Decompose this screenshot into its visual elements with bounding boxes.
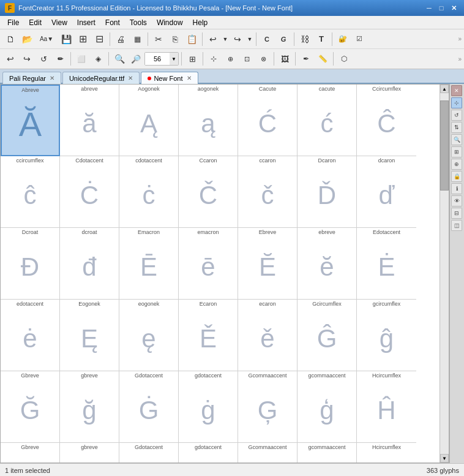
tab-unicode-close[interactable]: ✕ <box>128 75 133 81</box>
view-select-button[interactable]: ⬜ <box>73 51 89 67</box>
right-tool-lock[interactable]: 🔒 <box>451 171 462 182</box>
maximize-button[interactable]: □ <box>436 2 447 13</box>
scroll-up-button[interactable]: ▲ <box>440 85 449 93</box>
save-button[interactable]: 💾 <box>58 31 74 47</box>
glyph-cell-ebreve-cap[interactable]: Ebreve Ĕ <box>238 228 297 300</box>
glyph-cell-cacute-cap[interactable]: Cacute Ć <box>238 85 297 156</box>
glyph-edit-button[interactable]: ✏ <box>52 51 68 67</box>
right-tool-eraser[interactable]: ✕ <box>451 85 462 96</box>
menu-file[interactable]: File <box>2 16 24 29</box>
tab-new-font-close[interactable]: ✕ <box>187 75 192 81</box>
snap-button[interactable]: ⊹ <box>206 51 222 67</box>
fit-view-button[interactable]: ⊞ <box>184 51 200 67</box>
glyph-cell-emacron[interactable]: emacron ē <box>179 228 238 300</box>
right-tool-filter[interactable]: ◫ <box>451 220 462 231</box>
find-glyph-button[interactable]: C <box>259 31 275 47</box>
glyph-cell-dcroat-cap[interactable]: Dcroat Đ <box>1 228 60 300</box>
glyph-cell-gbreve-cap[interactable]: Gbreve Ğ <box>1 371 60 443</box>
glyph-cell-ecaron[interactable]: ecaron ě <box>238 300 297 371</box>
tab-new-font[interactable]: New Font ✕ <box>141 72 198 84</box>
anchor-button[interactable]: ⊕ <box>222 51 238 67</box>
glyph-cell-gdot2-cap[interactable]: Gdotaccent Ġ <box>119 443 179 463</box>
glyph-preview-button[interactable]: ⬡ <box>336 51 352 67</box>
glyph-cell-abreve-cap[interactable]: Abreve Ă <box>1 85 60 156</box>
prev-glyph-button[interactable]: ↩ <box>2 51 18 67</box>
right-tool-info[interactable]: ℹ <box>451 183 462 194</box>
menu-window[interactable]: Window <box>152 16 188 29</box>
right-tool-rotate[interactable]: ↺ <box>451 110 462 121</box>
glyph-cell-ccircumflex-cap[interactable]: Ccircumflex Ĉ <box>357 85 416 156</box>
right-tool-flip[interactable]: ⇅ <box>451 122 462 133</box>
glyph-cell-gcommaaccent[interactable]: gcommaaccent ģ <box>297 371 357 443</box>
right-tool-layer[interactable]: ⊟ <box>451 208 462 219</box>
glyph-cell-ecaron-cap[interactable]: Ecaron Ě <box>179 300 238 371</box>
glyph-cell-hcirc2-cap[interactable]: Hcircumflex Ĥ <box>357 443 416 463</box>
glyph-cell-gbreve2-cap[interactable]: Gbreve Ğ <box>1 443 60 463</box>
toolbar-more[interactable]: » <box>458 36 462 42</box>
toolbar2-more[interactable]: » <box>458 56 462 62</box>
opentype-button[interactable]: T <box>313 31 329 47</box>
zoom-out-button[interactable]: 🔎 <box>128 51 144 67</box>
menu-view[interactable]: View <box>47 16 72 29</box>
right-tool-grid[interactable]: ⊞ <box>451 146 462 157</box>
right-tool-zoom[interactable]: 🔍 <box>451 134 462 145</box>
glyph-cell-gcomma2[interactable]: gcommaaccent ģ <box>297 443 357 463</box>
undo-button[interactable]: ↩ <box>205 31 221 47</box>
zoom-input[interactable]: 56 <box>145 53 170 65</box>
scroll-thumb[interactable] <box>440 100 449 191</box>
contour-button[interactable]: ◈ <box>90 51 106 67</box>
paste-button[interactable]: 📋 <box>184 31 200 47</box>
glyph-cell-ccaron-cap[interactable]: Ccaron Č <box>179 156 238 228</box>
link-button[interactable]: ⛓ <box>297 31 313 47</box>
snap2-button[interactable]: ⊡ <box>239 51 255 67</box>
glyph-cell-gcommaaccent-cap[interactable]: Gcommaaccent Ģ <box>238 371 297 443</box>
glyph-cell-dcaron-cap[interactable]: Dcaron Ď <box>297 156 357 228</box>
glyph-cell-ebreve[interactable]: ebreve ĕ <box>297 228 357 300</box>
pen-button[interactable]: ✒ <box>298 51 314 67</box>
glyph-cell-hcircumflex-cap[interactable]: Hcircumflex Ĥ <box>357 371 416 443</box>
glyph-cell-eogonek-cap[interactable]: Eogonek Ę <box>60 300 119 371</box>
image-button[interactable]: 🖼 <box>277 51 293 67</box>
measure-button[interactable]: 📏 <box>315 51 331 67</box>
glyph-cell-ccaron[interactable]: ccaron č <box>238 156 297 228</box>
new-button[interactable]: 🗋 <box>2 31 18 47</box>
glyph-grid[interactable]: Abreve Ă abreve ă Aogonek Ą aogonek ą Ca… <box>1 85 440 463</box>
export2-button[interactable]: ⊟ <box>91 31 107 47</box>
tab-pali-regular[interactable]: Pali Regular ✕ <box>2 72 61 84</box>
print-button[interactable]: 🖨 <box>113 31 129 47</box>
validate-button[interactable]: 🔐 <box>335 31 351 47</box>
redo-button[interactable]: ↪ <box>230 31 245 47</box>
menu-tools[interactable]: Tools <box>125 16 152 29</box>
find-glyph2-button[interactable]: G <box>275 31 291 47</box>
glyph-cell-dcroat[interactable]: dcroat đ <box>60 228 119 300</box>
glyph-cell-aogonek-cap[interactable]: Aogonek Ą <box>119 85 179 156</box>
zoom-in-button[interactable]: 🔍 <box>111 51 127 67</box>
test-button[interactable]: ☑ <box>351 31 367 47</box>
undo2-button[interactable]: ↺ <box>36 51 51 67</box>
next-glyph-button[interactable]: ↪ <box>19 51 35 67</box>
glyph-cell-edotaccent-cap[interactable]: Edotaccent Ė <box>357 228 416 300</box>
print2-button[interactable]: ▦ <box>129 31 145 47</box>
glyph-cell-gbreve[interactable]: gbreve ğ <box>60 371 119 443</box>
glyph-cell-gcomma2-cap[interactable]: Gcommaaccent Ģ <box>238 443 297 463</box>
glyph-cell-gcircumflex-cap[interactable]: Gcircumflex Ĝ <box>297 300 357 371</box>
scroll-track[interactable] <box>440 93 449 454</box>
minimize-button[interactable]: ─ <box>424 2 435 13</box>
open-recent-button[interactable]: Aa▼ <box>36 31 58 47</box>
glyph-cell-aogonek[interactable]: aogonek ą <box>179 85 238 156</box>
close-button[interactable]: ✕ <box>448 2 459 13</box>
glyph-cell-cacute[interactable]: cacute ć <box>297 85 357 156</box>
glyph-cell-abreve[interactable]: abreve ă <box>60 85 119 156</box>
glyph-cell-gbreve2[interactable]: gbreve ğ <box>60 443 119 463</box>
menu-help[interactable]: Help <box>188 16 213 29</box>
glyph-cell-emacron-cap[interactable]: Emacron Ē <box>119 228 179 300</box>
glyph-cell-gcircumflex[interactable]: gcircumflex ĝ <box>357 300 416 371</box>
tab-pali-close[interactable]: ✕ <box>50 75 54 81</box>
menu-font[interactable]: Font <box>100 16 125 29</box>
right-tool-view[interactable]: 👁 <box>451 195 462 206</box>
right-tool-select[interactable]: ⊹ <box>451 97 462 108</box>
export-button[interactable]: ⊞ <box>75 31 91 47</box>
cut-button[interactable]: ✂ <box>151 31 167 47</box>
glyph-cell-gdotaccent[interactable]: gdotaccent ġ <box>179 371 238 443</box>
glyph-cell-edotaccent[interactable]: edotaccent ė <box>1 300 60 371</box>
